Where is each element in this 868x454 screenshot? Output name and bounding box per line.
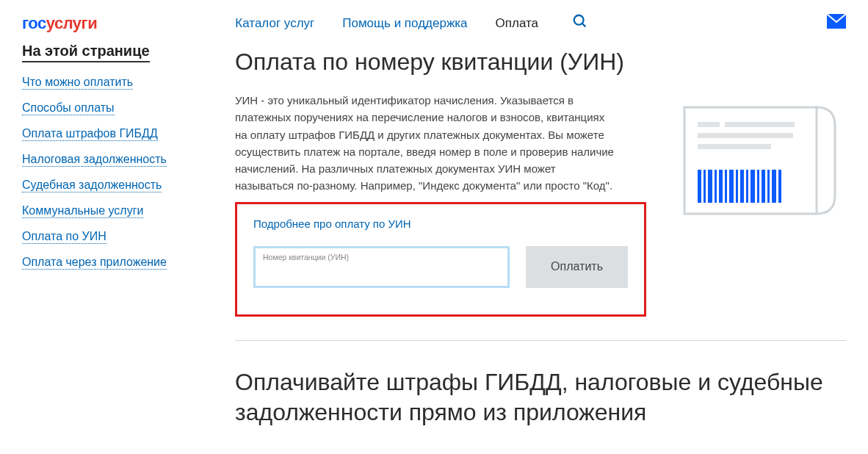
svg-rect-16 xyxy=(740,170,744,203)
sidebar-link-what[interactable]: Что можно оплатить xyxy=(22,76,133,90)
svg-rect-17 xyxy=(746,170,748,203)
svg-rect-4 xyxy=(698,122,720,127)
sidebar-link-app[interactable]: Оплата через приложение xyxy=(22,256,167,270)
document-illustration xyxy=(677,96,846,317)
nav-help[interactable]: Помощь и поддержка xyxy=(342,16,467,31)
svg-rect-7 xyxy=(698,144,771,149)
svg-line-1 xyxy=(582,24,586,27)
payment-form-highlight: Подробнее про оплату по УИН Номер квитан… xyxy=(235,202,646,317)
nav-payment[interactable]: Оплата xyxy=(496,16,538,31)
main-content: Оплата по номеру квитанции (УИН) УИН - э… xyxy=(235,43,846,428)
search-icon[interactable] xyxy=(572,13,588,34)
sidebar-link-tax[interactable]: Налоговая задолженность xyxy=(22,153,167,167)
logo-part-uslugi: услуги xyxy=(46,14,98,32)
svg-rect-15 xyxy=(736,170,738,203)
svg-rect-10 xyxy=(708,170,712,203)
sidebar-link-uin[interactable]: Оплата по УИН xyxy=(22,230,106,244)
svg-rect-11 xyxy=(715,170,717,203)
page-title: Оплата по номеру квитанции (УИН) xyxy=(235,48,846,76)
sidebar-link-fines[interactable]: Оплата штрафов ГИБДД xyxy=(22,127,158,141)
site-header: госуслуги Каталог услуг Помощь и поддерж… xyxy=(0,0,868,43)
nav-catalog[interactable]: Каталог услуг xyxy=(235,16,314,31)
sidebar-link-court[interactable]: Судебная задолженность xyxy=(22,179,162,192)
logo-part-gos: гос xyxy=(22,14,46,32)
svg-rect-5 xyxy=(725,122,795,127)
svg-rect-19 xyxy=(757,170,759,203)
section-divider xyxy=(235,340,846,341)
sidebar-link-methods[interactable]: Способы оплаты xyxy=(22,101,115,115)
uin-input[interactable] xyxy=(263,264,500,276)
svg-rect-23 xyxy=(778,170,781,203)
pay-button[interactable]: Оплатить xyxy=(526,246,628,288)
svg-rect-14 xyxy=(729,170,734,203)
mail-icon[interactable] xyxy=(827,14,846,33)
svg-rect-22 xyxy=(772,170,776,203)
uin-description: УИН - это уникальный идентификатор начис… xyxy=(235,92,617,195)
secondary-title: Оплачивайте штрафы ГИБДД, налоговые и су… xyxy=(235,367,846,428)
logo[interactable]: госуслуги xyxy=(22,14,97,33)
sidebar-link-communal[interactable]: Коммунальные услуги xyxy=(22,204,143,218)
svg-rect-8 xyxy=(698,170,701,203)
sidebar: На этой странице Что можно оплатить Спос… xyxy=(22,43,206,428)
svg-point-0 xyxy=(574,15,584,25)
svg-rect-13 xyxy=(725,170,727,203)
svg-rect-9 xyxy=(704,170,706,203)
svg-rect-6 xyxy=(698,133,793,138)
uin-input-wrapper[interactable]: Номер квитанции (УИН) xyxy=(253,246,510,288)
uin-input-label: Номер квитанции (УИН) xyxy=(263,253,500,262)
svg-rect-18 xyxy=(751,170,755,203)
sidebar-title: На этой странице xyxy=(22,43,150,62)
top-nav: Каталог услуг Помощь и поддержка Оплата xyxy=(235,13,588,34)
svg-rect-12 xyxy=(719,170,723,203)
svg-rect-20 xyxy=(762,170,765,203)
more-about-uin-link[interactable]: Подробнее про оплату по УИН xyxy=(253,217,411,230)
svg-rect-21 xyxy=(767,170,770,203)
